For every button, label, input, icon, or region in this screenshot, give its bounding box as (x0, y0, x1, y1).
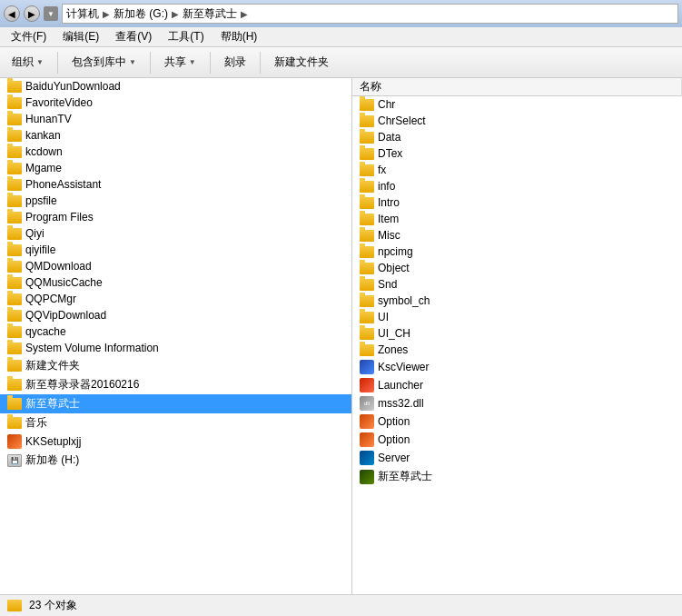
status-bar: 23 个对象 (0, 594, 682, 616)
list-item[interactable]: Launcher (352, 376, 682, 394)
folder-icon (7, 146, 22, 158)
list-item[interactable]: Zones (352, 342, 682, 358)
item-name: PhoneAssistant (25, 178, 101, 191)
item-name: QMDownload (25, 260, 92, 273)
right-panel[interactable]: 名称 Chr ChrSelect Data DTex fx info Intro… (352, 78, 682, 594)
list-item[interactable]: DTex (352, 145, 682, 162)
list-item[interactable]: FavoriteVideo (0, 94, 351, 111)
library-button[interactable]: 包含到库中 ▼ (64, 51, 144, 74)
menu-edit[interactable]: 编辑(E) (55, 27, 106, 46)
list-item[interactable]: Item (352, 211, 682, 227)
list-item[interactable]: 新至尊录录器20160216 (0, 375, 351, 394)
item-name: fx (378, 164, 386, 176)
list-item[interactable]: Option (352, 431, 682, 449)
list-item[interactable]: Misc (352, 227, 682, 243)
item-name: UI_CH (378, 327, 410, 340)
organize-button[interactable]: 组织 ▼ (4, 51, 52, 74)
list-item[interactable]: Option (352, 412, 682, 431)
menu-bar: 文件(F) 编辑(E) 查看(V) 工具(T) 帮助(H) (0, 27, 682, 47)
list-item[interactable]: Mgame (0, 160, 351, 176)
column-name-header[interactable]: 名称 (352, 78, 682, 96)
menu-help[interactable]: 帮助(H) (213, 27, 265, 46)
list-item[interactable]: ChrSelect (352, 113, 682, 129)
item-name: DTex (378, 147, 402, 160)
item-name: Option (378, 415, 410, 428)
list-item[interactable]: dllmss32.dll (352, 394, 682, 412)
list-item[interactable]: KKSetuplxjj (0, 432, 351, 451)
list-item[interactable]: kankan (0, 127, 351, 144)
list-item[interactable]: qycache (0, 323, 351, 340)
list-item[interactable]: 新至尊武士 (352, 467, 682, 486)
folder-icon (7, 398, 22, 410)
forward-button[interactable]: ▶ (24, 5, 40, 22)
item-name: 新加卷 (H:) (25, 452, 79, 468)
list-item[interactable]: npcimg (352, 243, 682, 260)
list-item[interactable]: symbol_ch (352, 293, 682, 309)
list-item[interactable]: 新至尊武士 (0, 394, 351, 413)
dll-icon: dll (360, 396, 374, 411)
item-name: Zones (378, 343, 408, 356)
list-item[interactable]: Program Files (0, 209, 351, 225)
menu-view[interactable]: 查看(V) (108, 27, 159, 46)
item-name: Qiyi (25, 227, 44, 240)
item-name: npcimg (378, 245, 413, 258)
item-name: UI (378, 311, 389, 323)
item-name: QQMusicCache (25, 276, 103, 289)
list-item[interactable]: fx (352, 162, 682, 178)
navigation-path[interactable]: 计算机 ▶ 新加卷 (G:) ▶ 新至尊武士 ▶ (62, 4, 678, 24)
item-name: Launcher (378, 379, 423, 392)
list-item[interactable]: kcdown (0, 144, 351, 160)
list-item[interactable]: 💾新加卷 (H:) (0, 451, 351, 470)
list-item[interactable]: qiyifile (0, 242, 351, 258)
folder-icon (7, 310, 22, 322)
item-name: QQPCMgr (25, 293, 76, 305)
list-item[interactable]: Server (352, 449, 682, 467)
list-item[interactable]: QQMusicCache (0, 274, 351, 291)
new-folder-button[interactable]: 新建文件夹 (266, 51, 337, 74)
list-item[interactable]: Snd (352, 276, 682, 293)
dropdown-button[interactable]: ▼ (44, 6, 58, 21)
folder-icon (360, 295, 374, 307)
folder-icon (360, 328, 374, 340)
share-label: 共享 (164, 55, 186, 70)
list-item[interactable]: System Volume Information (0, 340, 351, 356)
list-item[interactable]: info (352, 178, 682, 194)
share-dropdown-arrow: ▼ (189, 58, 196, 66)
list-item[interactable]: QQVipDownload (0, 307, 351, 323)
list-item[interactable]: 音乐 (0, 413, 351, 432)
burn-button[interactable]: 刻录 (216, 51, 254, 74)
list-item[interactable]: QMDownload (0, 258, 351, 274)
list-item[interactable]: KscViewer (352, 358, 682, 376)
list-item[interactable]: Qiyi (0, 225, 351, 242)
list-item[interactable]: Data (352, 129, 682, 145)
list-item[interactable]: Chr (352, 96, 682, 113)
menu-tools[interactable]: 工具(T) (161, 27, 211, 46)
item-name: Item (378, 213, 399, 225)
item-name: ppsfile (25, 194, 57, 207)
list-item[interactable]: ppsfile (0, 193, 351, 209)
library-label: 包含到库中 (72, 55, 126, 70)
list-item[interactable]: PhoneAssistant (0, 176, 351, 193)
list-item[interactable]: UI_CH (352, 325, 682, 342)
list-item[interactable]: 新建文件夹 (0, 356, 351, 375)
list-item[interactable]: QQPCMgr (0, 291, 351, 307)
item-name: qycache (25, 325, 66, 338)
share-button[interactable]: 共享 ▼ (156, 51, 204, 74)
list-item[interactable]: Intro (352, 194, 682, 211)
item-name: Data (378, 131, 400, 144)
title-bar: ◀ ▶ ▼ 计算机 ▶ 新加卷 (G:) ▶ 新至尊武士 ▶ (0, 0, 682, 27)
folder-icon (7, 277, 22, 289)
list-item[interactable]: UI (352, 309, 682, 325)
left-panel[interactable]: BaiduYunDownload FavoriteVideo HunanTV k… (0, 78, 352, 594)
folder-icon (360, 344, 374, 356)
special-icon (7, 434, 22, 449)
list-item[interactable]: BaiduYunDownload (0, 78, 351, 94)
toolbar-separator-2 (150, 52, 151, 74)
list-item[interactable]: HunanTV (0, 111, 351, 127)
folder-icon (360, 181, 374, 193)
burn-label: 刻录 (224, 55, 246, 70)
back-button[interactable]: ◀ (4, 5, 20, 22)
folder-icon (7, 244, 22, 256)
list-item[interactable]: Object (352, 260, 682, 276)
menu-file[interactable]: 文件(F) (4, 27, 54, 46)
